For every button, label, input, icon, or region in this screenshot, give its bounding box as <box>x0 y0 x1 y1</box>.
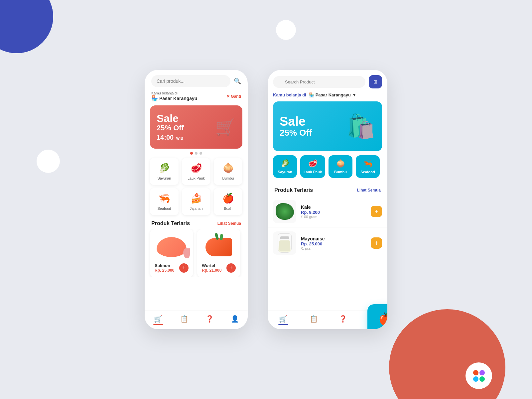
product-img-mayo <box>273 231 296 255</box>
product-price-kale: Rp. 9.200 <box>301 210 366 215</box>
nav-profile-left[interactable]: 👤 <box>231 315 239 325</box>
nav-cart-icon-left: 🛒 <box>154 315 162 323</box>
section-header-right: Produk Terlaris Lihat Semua <box>268 182 387 196</box>
cat-label-bumbu-right: Bumbu <box>334 170 347 174</box>
nav-list-icon-right: 📋 <box>310 315 318 323</box>
category-btn-sayuran[interactable]: 🥬 Sayuran <box>273 155 297 178</box>
product-list-kale: Kale Rp. 9.200 /100 gram + <box>268 196 387 227</box>
banner-dot-3 <box>200 152 202 155</box>
product-img-kale <box>273 200 296 223</box>
bg-circle-white-left <box>37 150 60 173</box>
category-label-buah: Buah <box>224 206 232 210</box>
product-price-mayo: Rp. 25.000 <box>301 241 366 246</box>
category-buah-left[interactable]: 🍎 Buah <box>214 188 242 215</box>
banner-off-left: 25% Off <box>157 124 184 132</box>
store-selector-left: Kamu belanja di: 🏪 Pasar Karangayu ✕ Gan… <box>145 90 248 105</box>
search-input-left[interactable] <box>151 75 230 87</box>
bottom-nav-left: 🛒 📋 ❓ 👤 <box>145 311 248 329</box>
phone-left: 🔍 Kamu belanja di: 🏪 Pasar Karangayu ✕ G… <box>145 70 248 329</box>
category-laukpauk-left[interactable]: 🥩 Lauk Pauk <box>182 158 210 185</box>
store-name-text-left: Pasar Karangayu <box>159 96 197 101</box>
banner-sale-right: Sale <box>280 115 312 128</box>
buah-label-right: Buah <box>379 328 387 330</box>
category-label-seafood: Seafood <box>158 206 171 210</box>
section-header-left: Produk Terlaris Lihat Semua <box>145 215 248 229</box>
search-input-right[interactable] <box>273 76 365 88</box>
add-btn-salmon[interactable]: + <box>179 263 189 273</box>
banner-off-right: 25% Off <box>280 128 312 138</box>
search-bar-left: 🔍 <box>145 70 248 90</box>
product-name-mayo: Mayonaise <box>301 236 366 241</box>
product-unit-mayo: /1 pcs <box>301 246 366 250</box>
category-sayuran-left[interactable]: 🥬 Sayuran <box>150 158 179 185</box>
category-btn-seafood[interactable]: 🦐 Seafood <box>356 155 380 178</box>
product-img-salmon <box>155 234 189 260</box>
category-label-jajanan: Jajanan <box>190 206 203 210</box>
figma-dots <box>473 370 485 382</box>
banner-dot-1 <box>190 152 193 155</box>
product-info-kale: Kale Rp. 9.200 /100 gram <box>301 204 366 219</box>
category-seafood-left[interactable]: 🦐 Seafood <box>150 188 179 215</box>
nav-active-bar-right <box>278 324 288 325</box>
store-name-left: 🏪 Pasar Karangayu <box>151 95 197 101</box>
nav-help-right[interactable]: ❓ <box>339 315 347 325</box>
nav-cart-right[interactable]: 🛒 <box>278 315 288 325</box>
store-label-right: Kamu belanja di <box>273 92 306 97</box>
nav-list-left[interactable]: 📋 <box>180 315 189 325</box>
figma-logo <box>466 362 492 389</box>
banner-text-right: Sale 25% Off <box>280 115 312 138</box>
category-jajanan-left[interactable]: 🍰 Jajanan <box>182 188 210 215</box>
store-info-left: Kamu belanja di: 🏪 Pasar Karangayu <box>151 91 197 101</box>
cat-label-sayuran-right: Sayuran <box>278 170 292 174</box>
category-icon-laukpauk: 🥩 <box>191 163 202 174</box>
search-bar-right: 🔍 ⊞ <box>268 70 387 91</box>
buah-icon-right: 🍎 <box>378 312 388 326</box>
cat-label-seafood-right: Seafood <box>360 170 375 174</box>
banner-time-left: 14:00 WIB <box>157 134 184 141</box>
product-card-wortel: Wortel Rp. 21.000 + <box>197 229 240 277</box>
nav-help-icon-right: ❓ <box>339 315 347 323</box>
product-card-salmon: Salmon Rp. 25.000 + <box>150 229 193 277</box>
buah-card-right[interactable]: 🍎 Buah <box>367 304 387 329</box>
product-img-wortel <box>202 234 236 260</box>
banner-illustration-left: 🛒 <box>215 117 236 137</box>
product-info-mayo: Mayonaise Rp. 25.000 /1 pcs <box>301 236 366 250</box>
search-button-left[interactable]: 🔍 <box>234 77 241 85</box>
filter-icon-right: ⊞ <box>373 79 377 84</box>
store-chevron-right: ▼ <box>352 92 356 97</box>
nav-profile-icon-left: 👤 <box>231 315 239 323</box>
category-icon-sayuran: 🥬 <box>159 163 170 174</box>
bg-circle-blue <box>0 0 53 53</box>
store-icon-left: 🏪 <box>151 95 158 101</box>
nav-help-left[interactable]: ❓ <box>205 315 214 325</box>
category-label-sayuran: Sayuran <box>158 176 171 180</box>
nav-list-right[interactable]: 📋 <box>310 315 318 325</box>
store-name-text-right: Pasar Karangayu <box>316 92 351 97</box>
search-icon-left: 🔍 <box>234 78 241 84</box>
search-wrap-right: 🔍 <box>273 76 365 88</box>
banner-right: Sale 25% Off 🛍️ <box>273 101 382 151</box>
phone-right: 🔍 ⊞ Kamu belanja di 🏪 Pasar Karangayu ▼ … <box>268 70 387 329</box>
store-icon-right: 🏪 <box>309 92 314 97</box>
category-btn-laukpauk[interactable]: 🥩 Lauk Pauk <box>300 155 325 178</box>
add-btn-kale[interactable]: + <box>371 206 382 217</box>
category-label-bumbu: Bumbu <box>222 176 234 180</box>
nav-cart-left[interactable]: 🛒 <box>153 315 163 325</box>
add-btn-wortel[interactable]: + <box>226 263 236 273</box>
banner-dots-left <box>145 152 248 155</box>
filter-button-right[interactable]: ⊞ <box>369 75 382 88</box>
add-btn-mayo[interactable]: + <box>371 237 382 249</box>
store-change-left[interactable]: ✕ Ganti <box>226 94 241 99</box>
figma-dot-blue <box>473 376 478 382</box>
category-icon-buah: 🍎 <box>222 193 234 204</box>
categories-right: 🥬 Sayuran 🥩 Lauk Pauk 🧅 Bumbu 🦐 Seafood <box>268 151 387 182</box>
category-bumbu-left[interactable]: 🧅 Bumbu <box>214 158 242 185</box>
cat-icon-seafood-right: 🦐 <box>363 159 372 168</box>
see-all-left[interactable]: Lihat Semua <box>217 221 241 226</box>
category-btn-bumbu[interactable]: 🧅 Bumbu <box>329 155 352 178</box>
banner-text-left: Sale 25% Off 14:00 WIB <box>157 113 184 141</box>
cat-label-laukpauk-right: Lauk Pauk <box>304 170 322 174</box>
see-all-right[interactable]: Lihat Semua <box>357 188 381 193</box>
cat-icon-sayuran-right: 🥬 <box>281 159 290 168</box>
bg-circle-white-top <box>276 20 296 40</box>
